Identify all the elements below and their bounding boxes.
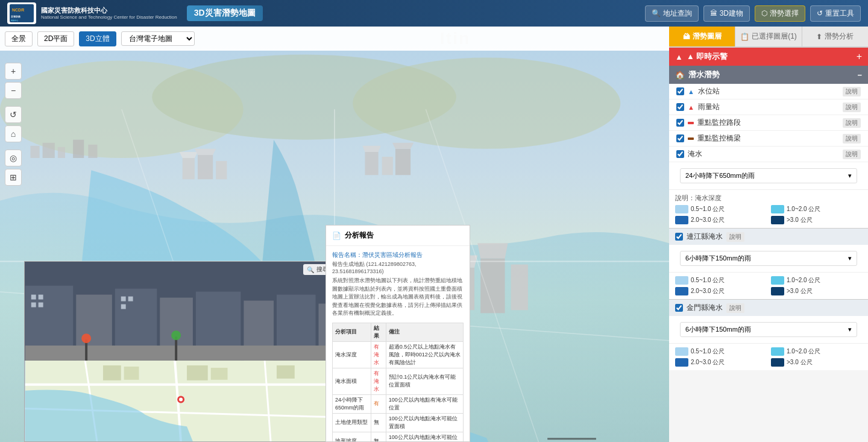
analysis-subtitle: 報告名稱：潛伏災害區域分析報告 報告生成地點 (121.421289802763… bbox=[332, 251, 464, 274]
kinmen-checkbox[interactable] bbox=[675, 304, 683, 312]
rain-station-explain[interactable]: 說明 bbox=[843, 103, 861, 112]
svg-rect-13 bbox=[183, 158, 195, 179]
refresh-icon: ↺ bbox=[817, 9, 823, 17]
zoom-out-btn[interactable]: − bbox=[5, 82, 22, 99]
basemap-selector[interactable]: 台灣電子地圖 衛星影像 通用版電子地圖 bbox=[121, 31, 195, 46]
flood-legend: 說明：淹水深度 0.5~1.0 公尺 1.0~2.0 公尺 2.0~3.0 公尺… bbox=[669, 190, 868, 228]
flood-checkbox[interactable] bbox=[676, 150, 684, 158]
rain-station-checkbox[interactable] bbox=[676, 103, 684, 111]
lienchiang-explain[interactable]: 說明 bbox=[726, 232, 744, 242]
svg-point-64 bbox=[81, 333, 91, 343]
overview-btn[interactable]: 全景 bbox=[5, 31, 33, 46]
home-btn[interactable]: ⌂ bbox=[5, 125, 22, 142]
water-level-checkbox[interactable] bbox=[676, 87, 684, 95]
svg-point-7 bbox=[353, 58, 620, 149]
lienchiang-legend-4: >3.0 公尺 bbox=[771, 287, 862, 295]
svg-rect-76 bbox=[211, 368, 228, 380]
kinmen-explain[interactable]: 說明 bbox=[726, 303, 744, 313]
lienchiang-legend-1: 0.5~1.0 公尺 bbox=[675, 276, 766, 285]
analysis-table: 分析項目 結果 備注 淹水深度 有淹水 超過0.5公尺以上地點淹水有風險，即時0… bbox=[332, 323, 464, 443]
layer-water-level: ▲ 水位站 說明 bbox=[669, 84, 868, 99]
address-query-button[interactable]: 🔍 地址查詢 bbox=[645, 5, 699, 22]
svg-rect-9 bbox=[43, 143, 55, 158]
flood-label-text: 淹水 bbox=[688, 149, 702, 159]
svg-marker-28 bbox=[477, 243, 508, 258]
legend-item-1: 0.5~1.0 公尺 bbox=[675, 205, 766, 213]
monitor-bridge-checkbox[interactable] bbox=[676, 134, 684, 142]
svg-rect-18 bbox=[365, 152, 378, 175]
alert-add-button[interactable]: + bbox=[857, 51, 862, 62]
3d-building-button[interactable]: 🏛 3D建物 bbox=[703, 5, 750, 22]
legend-color-4 bbox=[771, 216, 784, 224]
water-level-label: 水位站 bbox=[698, 86, 720, 96]
svg-rect-12 bbox=[88, 145, 97, 158]
tab-trend-layer[interactable]: 🏔 潛勢圖層 bbox=[669, 27, 735, 46]
lienchiang-rain-selector[interactable]: 6小時降下150mm的雨 ▾ bbox=[680, 251, 857, 266]
map-toolbar: 全景 2D平面 3D立體 台灣電子地圖 衛星影像 通用版電子地圖 bbox=[0, 27, 669, 51]
svg-rect-17 bbox=[216, 161, 227, 179]
road-line-icon bbox=[688, 122, 694, 124]
svg-text:NCDR: NCDR bbox=[12, 8, 24, 12]
svg-rect-75 bbox=[187, 365, 208, 380]
svg-rect-77 bbox=[277, 365, 295, 379]
chevron-down-icon: ▾ bbox=[848, 326, 852, 333]
monitor-bridge-explain[interactable]: 說明 bbox=[843, 134, 861, 144]
layers-btn[interactable]: ⊞ bbox=[5, 169, 22, 186]
kinmen-label: 金門縣淹水 說明 bbox=[675, 303, 744, 313]
tab-trend-analysis[interactable]: ⬆ 潛勢分析 bbox=[802, 27, 868, 46]
table-row: 土地使用類型 無 100公尺以內地點淹水可能位置面積 bbox=[333, 413, 464, 432]
location-btn[interactable]: ◎ bbox=[5, 150, 22, 166]
main-layout: 全景 2D平面 3D立體 台灣電子地圖 衛星影像 通用版電子地圖 bbox=[0, 27, 868, 442]
monitor-road-explain[interactable]: 說明 bbox=[843, 118, 861, 128]
bridge-line-icon bbox=[688, 137, 694, 140]
rain-icon: ▲ bbox=[688, 104, 694, 111]
zoom-in-btn[interactable]: + bbox=[5, 63, 22, 80]
map-area[interactable]: 全景 2D平面 3D立體 台灣電子地圖 衛星影像 通用版電子地圖 bbox=[0, 27, 669, 442]
chart-icon: ⬆ bbox=[816, 33, 822, 41]
trend-select-button[interactable]: ⬡ 潛勢選擇 bbox=[755, 5, 805, 22]
3d-btn[interactable]: 3D立體 bbox=[79, 31, 116, 46]
svg-marker-16 bbox=[195, 149, 216, 155]
svg-rect-59 bbox=[121, 297, 126, 302]
logo-area: NCDR 災害防救 科技中心 國家災害防救科技中心 National Scien… bbox=[7, 2, 177, 24]
legend-color-1 bbox=[675, 205, 688, 213]
kinmen-rain-selector[interactable]: 6小時降下150mm的雨 ▾ bbox=[680, 322, 857, 337]
analysis-panel: 📄 分析報告 報告名稱：潛伏災害區域分析報告 報告生成地點 (121.42128… bbox=[326, 225, 470, 442]
rotate-btn[interactable]: ↺ bbox=[5, 106, 22, 123]
report-icon: 📄 bbox=[332, 232, 341, 240]
kinmen-legend-4: >3.0 公尺 bbox=[771, 358, 862, 367]
legend-title: 說明：淹水深度 bbox=[675, 194, 862, 203]
legend-item-3: 2.0~3.0 公尺 bbox=[675, 216, 766, 224]
chevron-down-icon: ▾ bbox=[848, 172, 852, 180]
kinmen-legend-2: 1.0~2.0 公尺 bbox=[771, 347, 862, 356]
mountain-icon: 🏔 bbox=[683, 33, 690, 41]
svg-rect-60 bbox=[128, 297, 133, 302]
lienchiang-checkbox[interactable] bbox=[675, 233, 683, 241]
svg-marker-22 bbox=[392, 143, 414, 149]
building-icon: 🏛 bbox=[710, 9, 717, 17]
svg-rect-57 bbox=[31, 303, 36, 308]
svg-rect-11 bbox=[73, 140, 84, 158]
reset-tools-button[interactable]: ↺ 重置工具 bbox=[810, 5, 861, 22]
svg-rect-56 bbox=[39, 295, 43, 300]
sidebar-tabs: 🏔 潛勢圖層 📋 已選擇圖層(1) ⬆ 潛勢分析 bbox=[669, 27, 868, 48]
monitor-road-checkbox[interactable] bbox=[676, 119, 684, 127]
tab-selected-layer[interactable]: 📋 已選擇圖層(1) bbox=[735, 27, 802, 46]
svg-text:科技中心: 科技中心 bbox=[10, 19, 19, 22]
flood-explain[interactable]: 說明 bbox=[843, 150, 861, 159]
map-left-tools: + − ↺ ⌂ ◎ ⊞ bbox=[5, 63, 22, 186]
rain-amount-selector[interactable]: 24小時降下650mm的雨 ▾ bbox=[680, 168, 857, 183]
table-row: 淹水面積 有淹水 預計0.1公尺以內淹水有可能位置面積 bbox=[333, 368, 464, 394]
lienchiang-legend: 0.5~1.0 公尺 1.0~2.0 公尺 2.0~3.0 公尺 >3.0 公尺 bbox=[669, 273, 868, 299]
monitor-road-label: 重點監控路段 bbox=[697, 118, 741, 128]
svg-point-66 bbox=[171, 330, 181, 340]
svg-rect-73 bbox=[103, 365, 121, 380]
chevron-down-icon: ▾ bbox=[848, 254, 852, 262]
water-level-explain[interactable]: 說明 bbox=[843, 87, 861, 96]
svg-point-79 bbox=[179, 397, 183, 401]
svg-marker-19 bbox=[362, 146, 380, 152]
flood-collapse-btn[interactable]: − bbox=[857, 71, 862, 80]
layer-monitor-road: 重點監控路段 說明 bbox=[669, 115, 868, 131]
svg-rect-21 bbox=[395, 149, 410, 175]
2d-btn[interactable]: 2D平面 bbox=[37, 31, 74, 46]
